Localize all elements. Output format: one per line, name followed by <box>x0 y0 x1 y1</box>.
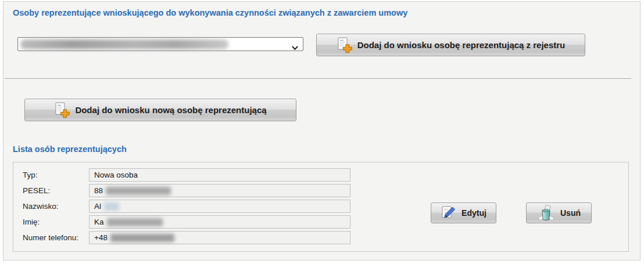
field-row-pesel: PESEL: 88 <box>13 184 628 197</box>
field-value-imie: Ka <box>89 215 350 229</box>
add-from-register-button[interactable]: Dodaj do wniosku osobę reprezentującą z … <box>316 34 585 56</box>
delete-button-label: Usuń <box>560 208 581 218</box>
field-label-imie: Imię: <box>23 218 40 226</box>
trash-bin-icon <box>537 205 555 222</box>
redacted-telefon <box>110 234 174 242</box>
document-plus-icon <box>54 102 70 118</box>
field-label-pesel: PESEL: <box>23 186 50 195</box>
person-list-panel: Typ: Nowa osoba PESEL: 88 Nazwisko: Al I… <box>13 162 629 252</box>
representing-person-select[interactable] <box>17 37 303 51</box>
add-new-person-button[interactable]: Dodaj do wniosku nową osobę reprezentują… <box>24 99 296 121</box>
field-text-nazwisko: Al <box>94 202 101 211</box>
section-divider <box>5 78 631 79</box>
add-new-person-label: Dodaj do wniosku nową osobę reprezentują… <box>75 105 266 115</box>
edit-button[interactable]: Edytuj <box>431 202 496 223</box>
redacted-nazwisko <box>104 202 119 211</box>
field-text-typ: Nowa osoba <box>94 171 138 179</box>
field-label-nazwisko: Nazwisko: <box>23 202 59 211</box>
field-label-telefon: Numer telefonu: <box>23 233 78 242</box>
field-label-typ: Typ: <box>23 171 38 179</box>
redacted-imie <box>107 218 163 226</box>
chevron-down-icon <box>292 42 298 47</box>
document-pencil-icon <box>441 205 456 220</box>
redacted-pesel <box>106 187 171 195</box>
redacted-selected-person <box>20 39 228 49</box>
add-from-register-label: Dodaj do wniosku osobę reprezentującą z … <box>357 40 566 50</box>
field-value-nazwisko: Al <box>89 200 350 213</box>
page-title: Osoby reprezentujące wnioskującego do wy… <box>13 8 407 17</box>
field-value-telefon: +48 <box>89 231 350 244</box>
document-plus-icon <box>337 37 352 53</box>
field-row-typ: Typ: Nowa osoba <box>13 168 628 182</box>
field-text-imie: Ka <box>94 218 104 226</box>
field-text-pesel: 88 <box>94 186 103 195</box>
field-value-typ: Nowa osoba <box>89 168 350 182</box>
list-section-title: Lista osób reprezentujących <box>13 144 127 154</box>
field-value-pesel: 88 <box>89 184 350 197</box>
edit-button-label: Edytuj <box>461 208 486 218</box>
delete-button[interactable]: Usuń <box>526 202 592 223</box>
field-text-telefon: +48 <box>94 233 108 242</box>
field-row-telefon: Numer telefonu: +48 <box>13 231 628 244</box>
content-frame: Osoby reprezentujące wnioskującego do wy… <box>3 1 641 261</box>
